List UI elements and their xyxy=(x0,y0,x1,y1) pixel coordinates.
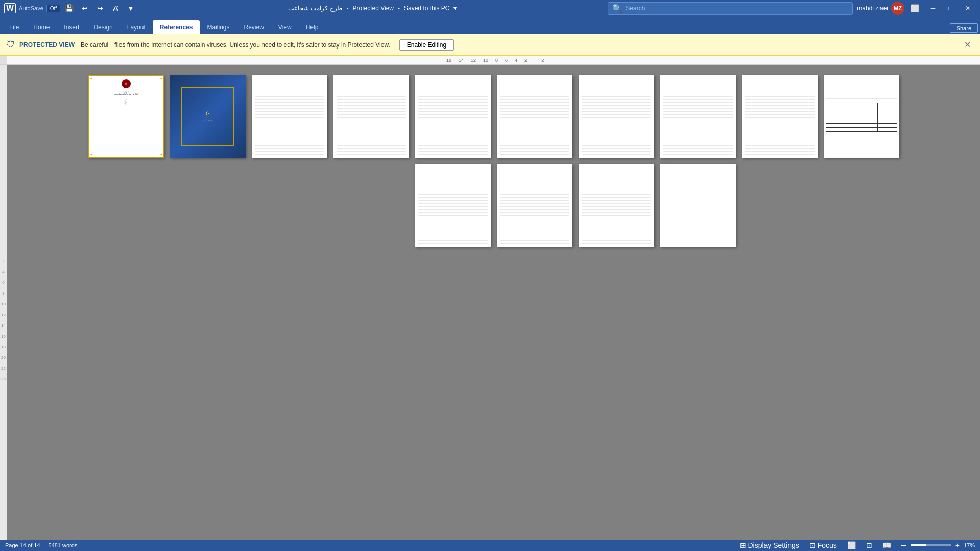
word-icon: W xyxy=(4,3,16,13)
status-bar: Page 14 of 14 5481 words ⊞ Display Setti… xyxy=(0,540,980,551)
banner-close-button[interactable]: ✕ xyxy=(961,40,974,50)
view-mode-label: - xyxy=(347,5,349,12)
tab-mailings[interactable]: Mailings xyxy=(200,20,236,34)
left-ruler-numbers: 2 4 6 8 10 12 14 16 18 20 22 26 xyxy=(0,65,7,381)
page-content-11 xyxy=(415,164,491,247)
print-btn[interactable]: 🖨 xyxy=(109,2,122,14)
tab-view[interactable]: View xyxy=(271,20,299,34)
page-thumb-7[interactable] xyxy=(579,75,654,158)
display-settings-btn[interactable]: ⊞ Display Settings xyxy=(738,540,801,550)
share-button[interactable]: Share xyxy=(950,23,978,33)
close-btn[interactable]: ✕ xyxy=(960,0,976,16)
shield-icon: 🛡 xyxy=(6,39,15,50)
search-icon: 🔍 xyxy=(612,4,623,13)
tab-layout[interactable]: Layout xyxy=(120,20,153,34)
read-mode-btn[interactable]: 📖 xyxy=(880,540,893,550)
ribbon-display-btn[interactable]: ⬜ xyxy=(909,2,921,14)
page-content-13 xyxy=(579,164,654,247)
customize-btn[interactable]: ▼ xyxy=(125,2,137,14)
ruler-side-left xyxy=(0,56,7,64)
display-settings-icon: ⊞ xyxy=(740,541,746,549)
dash: - xyxy=(398,5,400,12)
page-thumb-9[interactable] xyxy=(742,75,818,158)
tab-design[interactable]: Design xyxy=(86,20,119,34)
doc-title: طرح کرامت شجاعت xyxy=(288,5,343,12)
page-thumb-8[interactable] xyxy=(660,75,736,158)
pages-row-2: | xyxy=(236,164,751,247)
page-thumb-4[interactable] xyxy=(333,75,409,158)
cover-inner: ☪بسم الله xyxy=(181,87,234,145)
focus-btn[interactable]: ⊡ Focus xyxy=(807,540,839,550)
ruler-main: 18 14 12 10 8 6 4 2 2 xyxy=(7,56,980,64)
page-thumb-12[interactable] xyxy=(497,164,572,247)
protected-view-message: Be careful—files from the Internet can c… xyxy=(81,41,390,49)
title-bar: W AutoSave Off 💾 ↩ ↪ 🖨 ▼ طرح کرامت شجاعت… xyxy=(0,0,980,16)
page-content-7 xyxy=(579,75,654,158)
page-content-3 xyxy=(252,75,327,158)
username: mahdi ziaei xyxy=(857,5,888,12)
protected-view-label: PROTECTED VIEW xyxy=(19,41,75,49)
display-settings-label: Display Settings xyxy=(748,541,799,549)
tab-help[interactable]: Help xyxy=(299,20,326,34)
minimize-btn[interactable]: ─ xyxy=(925,0,941,16)
page-thumb-1[interactable]: ⊕ عنوان : گزارش طرح کرامت شجاعت نام : تا… xyxy=(88,75,164,158)
status-bar-right: ⊞ Display Settings ⊡ Focus ⬜ ⊡ 📖 ─ + 17% xyxy=(738,540,975,550)
page-thumb-10[interactable] xyxy=(824,75,899,158)
ruler-row: 18 14 12 10 8 6 4 2 2 xyxy=(0,56,980,65)
user-info: mahdi ziaei MZ xyxy=(857,2,904,15)
zoom-controls: ─ + 17% xyxy=(899,540,975,550)
page-info: Page 14 of 14 xyxy=(5,542,40,548)
page-thumb-14[interactable]: | xyxy=(660,164,736,247)
autosave-toggle[interactable]: Off xyxy=(46,5,60,12)
page-content-6 xyxy=(497,75,572,158)
save-icon-btn[interactable]: 💾 xyxy=(63,2,76,14)
main-area: 2 4 6 8 10 12 14 16 18 20 22 26 ⊕ عنوان … xyxy=(0,65,980,540)
page-content-12 xyxy=(497,164,572,247)
title-bar-left: W AutoSave Off 💾 ↩ ↪ 🖨 ▼ xyxy=(4,2,137,14)
page-thumb-3[interactable] xyxy=(252,75,327,158)
view-mode: Protected View xyxy=(353,5,394,12)
tab-file[interactable]: File xyxy=(2,20,26,34)
page-thumb-2[interactable]: ☪بسم الله xyxy=(170,75,246,158)
redo-btn[interactable]: ↪ xyxy=(94,2,106,14)
ruler-numbers: 18 14 12 10 8 6 4 2 2 xyxy=(7,56,980,64)
zoom-slider[interactable] xyxy=(911,544,951,546)
word-count: 5481 words xyxy=(49,542,78,548)
ribbon: File Home Insert Design Layout Reference… xyxy=(0,16,980,34)
tab-review[interactable]: Review xyxy=(237,20,271,34)
page-content-4 xyxy=(333,75,409,158)
left-ruler: 2 4 6 8 10 12 14 16 18 20 22 26 xyxy=(0,65,7,540)
zoom-in-btn[interactable]: + xyxy=(953,540,962,550)
page-thumb-13[interactable] xyxy=(579,164,654,247)
protected-banner: 🛡 PROTECTED VIEW Be careful—files from t… xyxy=(0,34,980,56)
enable-editing-button[interactable]: Enable Editing xyxy=(399,39,454,51)
page-content-8 xyxy=(660,75,736,158)
ribbon-tabs: File Home Insert Design Layout Reference… xyxy=(0,16,980,34)
page-thumb-6[interactable] xyxy=(497,75,572,158)
pages-row-1: ⊕ عنوان : گزارش طرح کرامت شجاعت نام : تا… xyxy=(73,75,915,158)
undo-btn[interactable]: ↩ xyxy=(79,2,91,14)
tab-insert[interactable]: Insert xyxy=(57,20,86,34)
title-bar-right: mahdi ziaei MZ ⬜ ─ □ ✕ xyxy=(857,0,976,16)
focus-icon: ⊡ xyxy=(809,541,816,549)
zoom-slider-fill xyxy=(911,544,926,546)
save-arrow: ▾ xyxy=(453,5,457,12)
restore-btn[interactable]: □ xyxy=(942,0,959,16)
tab-home[interactable]: Home xyxy=(26,20,57,34)
web-layout-btn[interactable]: ⊡ xyxy=(864,540,874,550)
tab-references[interactable]: References xyxy=(153,20,200,34)
print-layout-btn[interactable]: ⬜ xyxy=(845,540,858,550)
search-box[interactable]: 🔍 xyxy=(608,2,853,15)
user-avatar: MZ xyxy=(891,2,904,15)
focus-label: Focus xyxy=(818,541,837,549)
document-canvas[interactable]: ⊕ عنوان : گزارش طرح کرامت شجاعت نام : تا… xyxy=(7,65,980,540)
search-area: 🔍 xyxy=(608,2,853,15)
title-bar-center: طرح کرامت شجاعت - Protected View - Saved… xyxy=(141,5,604,12)
page-thumb-11[interactable] xyxy=(415,164,491,247)
page-thumb-5[interactable] xyxy=(415,75,491,158)
autosave-label: AutoSave xyxy=(19,5,43,11)
page-content-5 xyxy=(415,75,491,158)
search-input[interactable] xyxy=(626,5,848,12)
window-controls: ─ □ ✕ xyxy=(925,0,976,16)
zoom-out-btn[interactable]: ─ xyxy=(899,540,909,550)
